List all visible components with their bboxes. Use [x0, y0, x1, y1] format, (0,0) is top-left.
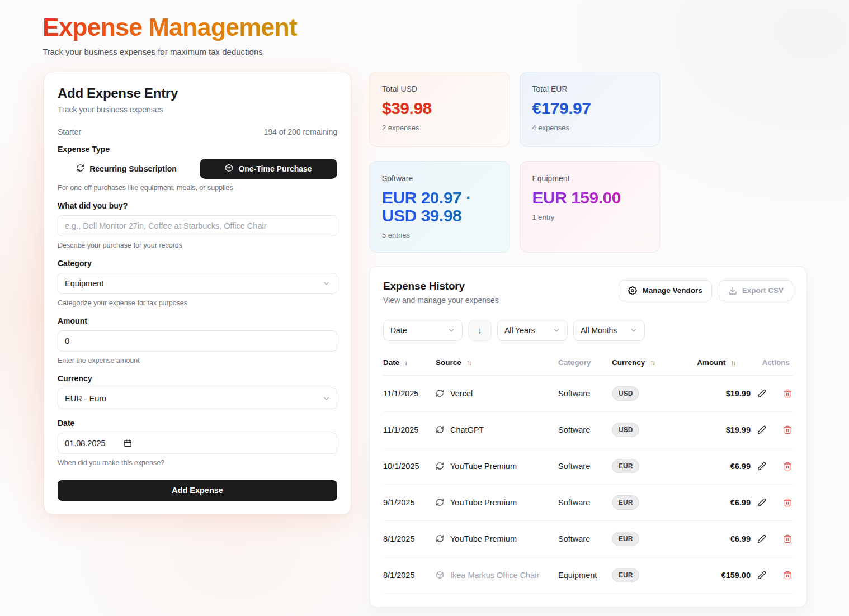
- delete-button[interactable]: [782, 424, 793, 435]
- date-input[interactable]: [58, 433, 337, 454]
- chevron-down-icon: [553, 326, 560, 334]
- expense-amount: €6.99: [730, 534, 751, 543]
- amount-input[interactable]: [58, 330, 337, 352]
- expense-history-panel: Expense History View and manage your exp…: [369, 266, 807, 608]
- expense-amount: €6.99: [730, 462, 751, 471]
- column-header-actions: Actions: [751, 354, 793, 376]
- month-filter-select[interactable]: All Months: [573, 320, 645, 341]
- form-title: Add Expense Entry: [58, 86, 337, 101]
- gear-icon: [628, 286, 637, 295]
- table-row: 9/1/2025 YouTube Premium Software EUR €6…: [383, 484, 793, 520]
- date-label: Date: [58, 419, 337, 428]
- currency-badge: EUR: [612, 568, 639, 582]
- purchase-input[interactable]: [58, 215, 337, 236]
- filters-row: Date ↓ All Years All Months: [383, 320, 793, 341]
- chevron-down-icon: [447, 326, 455, 334]
- page-header: Expense Management Track your business e…: [0, 0, 849, 56]
- column-header-category: Category: [558, 354, 612, 376]
- purchase-helper: Describe your purchase for your records: [58, 241, 337, 249]
- stat-sub: 1 entry: [532, 213, 648, 221]
- expense-category: Software: [558, 462, 590, 471]
- stats-grid: Total USD $39.98 2 expenses Total EUR €1…: [369, 72, 660, 253]
- edit-button[interactable]: [756, 388, 767, 399]
- package-icon: [225, 164, 233, 174]
- expense-amount: €6.99: [730, 498, 751, 507]
- recurring-subscription-button[interactable]: Recurring Subscription: [58, 159, 195, 179]
- expense-table-body: 11/1/2025 Vercel Software USD $19.99 11/…: [383, 375, 793, 593]
- plan-remaining: 194 of 200 remaining: [263, 127, 337, 136]
- package-icon: [436, 571, 444, 579]
- column-header-source[interactable]: Source ↑↓: [436, 354, 558, 376]
- expense-source: YouTube Premium: [450, 498, 517, 507]
- column-header-date[interactable]: Date ↓: [383, 354, 436, 376]
- chevron-down-icon: [630, 326, 638, 334]
- export-csv-button[interactable]: Export CSV: [719, 280, 793, 301]
- edit-button[interactable]: [756, 570, 767, 581]
- expense-type-label: Expense Type: [58, 145, 337, 154]
- expense-category: Software: [558, 389, 590, 398]
- manage-vendors-button[interactable]: Manage Vendors: [619, 280, 711, 301]
- expense-amount: $19.99: [726, 425, 751, 434]
- date-helper: When did you make this expense?: [58, 459, 337, 467]
- currency-select[interactable]: [58, 388, 337, 409]
- sort-both-icon: ↑↓: [730, 359, 735, 367]
- currency-label: Currency: [58, 374, 337, 383]
- expense-type-helper: For one-off purchases like equipment, me…: [58, 184, 337, 192]
- sort-desc-icon: ↓: [404, 359, 407, 367]
- delete-button[interactable]: [782, 497, 793, 508]
- table-row: 8/1/2025 Ikea Markus Office Chair Equipm…: [383, 557, 793, 593]
- amount-label: Amount: [58, 316, 337, 325]
- stat-value: $39.98: [382, 99, 497, 117]
- table-row: 10/1/2025 YouTube Premium Software EUR €…: [383, 448, 793, 484]
- table-row: 11/1/2025 Vercel Software USD $19.99: [383, 375, 793, 411]
- page-title: Expense Management: [43, 13, 297, 41]
- year-filter-select[interactable]: All Years: [497, 320, 568, 341]
- purchase-label: What did you buy?: [58, 201, 337, 210]
- refresh-icon: [436, 389, 444, 397]
- column-header-currency[interactable]: Currency ↑↓: [612, 354, 678, 376]
- expense-type-toggle: Recurring Subscription One-Time Purchase: [58, 159, 337, 179]
- expense-source: YouTube Premium: [450, 462, 517, 471]
- refresh-icon: [436, 498, 444, 506]
- edit-button[interactable]: [756, 533, 767, 544]
- stat-sub: 2 expenses: [382, 124, 497, 132]
- category-label: Category: [58, 259, 337, 268]
- category-select[interactable]: [58, 273, 337, 294]
- page-subtitle: Track your business expenses for maximum…: [43, 47, 849, 56]
- stat-label: Equipment: [532, 174, 648, 183]
- table-row: 11/1/2025 ChatGPT Software USD $19.99: [383, 411, 793, 448]
- calendar-icon[interactable]: [124, 439, 132, 447]
- currency-badge: EUR: [612, 532, 639, 546]
- expense-date: 10/1/2025: [383, 448, 436, 484]
- edit-button[interactable]: [756, 497, 767, 508]
- delete-button[interactable]: [782, 570, 793, 581]
- history-title: Expense History: [383, 280, 499, 292]
- one-time-purchase-button[interactable]: One-Time Purchase: [200, 159, 337, 179]
- sort-direction-button[interactable]: ↓: [468, 320, 492, 341]
- delete-button[interactable]: [782, 533, 793, 544]
- column-header-amount[interactable]: Amount ↑↓: [678, 354, 751, 376]
- form-subtitle: Track your business expenses: [58, 105, 337, 114]
- refresh-icon: [436, 462, 444, 470]
- edit-button[interactable]: [756, 424, 767, 435]
- add-expense-button[interactable]: Add Expense: [58, 480, 337, 501]
- expense-category: Software: [558, 498, 590, 507]
- stat-label: Software: [382, 174, 497, 183]
- plan-name: Starter: [58, 127, 81, 136]
- stat-value: EUR 159.00: [532, 189, 648, 207]
- amount-helper: Enter the expense amount: [58, 357, 337, 364]
- expense-category: Software: [558, 425, 590, 434]
- delete-button[interactable]: [782, 388, 793, 399]
- expense-date: 8/1/2025: [383, 520, 436, 557]
- stat-sub: 5 entries: [382, 231, 497, 239]
- table-row: 8/1/2025 YouTube Premium Software EUR €6…: [383, 520, 793, 557]
- currency-badge: EUR: [612, 459, 639, 473]
- add-expense-card: Add Expense Entry Track your business ex…: [44, 72, 351, 515]
- expense-source: ChatGPT: [450, 425, 484, 434]
- sort-by-select[interactable]: Date: [383, 320, 463, 341]
- refresh-icon: [76, 164, 84, 174]
- expense-date: 9/1/2025: [383, 484, 436, 520]
- delete-button[interactable]: [782, 461, 793, 472]
- edit-button[interactable]: [756, 461, 767, 472]
- expense-table: Date ↓ Source ↑↓ Category Currency ↑↓: [383, 354, 793, 594]
